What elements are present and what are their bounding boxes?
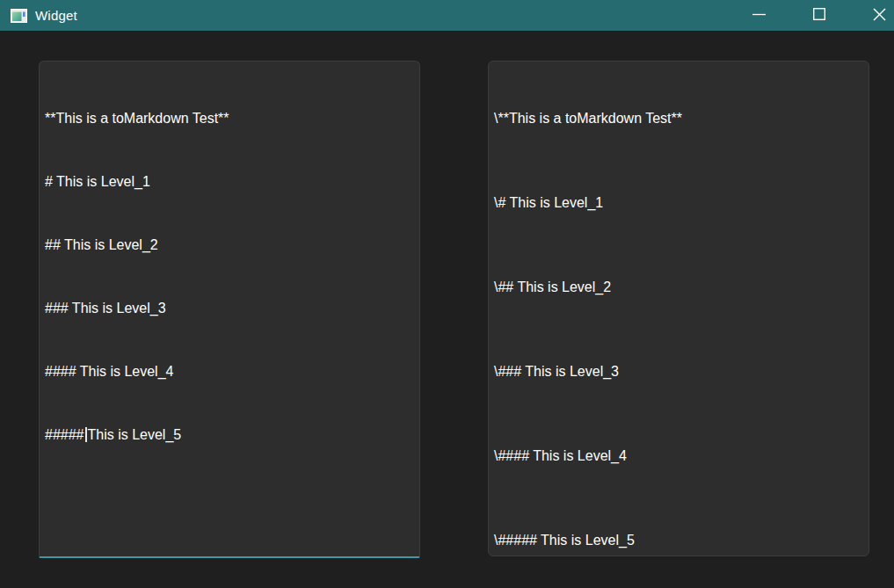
maximize-button[interactable]: [800, 0, 839, 32]
caret-line-before: #####: [45, 427, 84, 442]
output-paragraph: \## This is Level_2: [494, 277, 863, 298]
text-cursor: [85, 427, 87, 442]
close-icon: [872, 7, 887, 25]
escaped-markdown-output[interactable]: \**This is a toMarkdown Test** \# This i…: [488, 61, 869, 556]
editor-line: #### This is Level_4: [45, 361, 414, 382]
maximize-icon: [812, 7, 826, 25]
output-paragraph: \#### This is Level_4: [494, 446, 863, 467]
output-paragraph: \**This is a toMarkdown Test**: [494, 108, 863, 129]
window-title: Widget: [35, 8, 77, 23]
app-window: Widget **This i: [0, 0, 894, 588]
caret-line-after: This is Level_5: [88, 427, 182, 442]
output-paragraph: \##### This is Level_5: [494, 530, 863, 551]
app-window-icon: [11, 9, 27, 23]
editor-line: **This is a toMarkdown Test**: [45, 108, 414, 129]
minimize-button[interactable]: [739, 0, 778, 32]
titlebar[interactable]: Widget: [0, 0, 894, 32]
editor-caret-line: #####This is Level_5: [45, 425, 414, 446]
editor-line: ### This is Level_3: [45, 298, 414, 319]
output-paragraph: \# This is Level_1: [494, 192, 863, 214]
editor-line: # This is Level_1: [45, 171, 414, 192]
close-button[interactable]: [864, 0, 894, 32]
markdown-source-editor[interactable]: **This is a toMarkdown Test** # This is …: [39, 61, 420, 558]
editor-line: ## This is Level_2: [45, 235, 414, 256]
output-paragraph: \### This is Level_3: [494, 361, 863, 382]
minimize-icon: [751, 6, 767, 26]
